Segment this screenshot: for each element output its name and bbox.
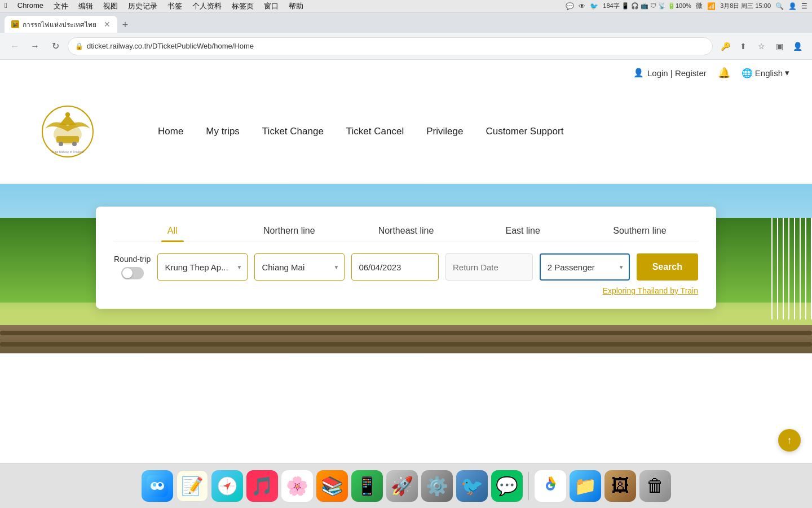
new-tab-button[interactable]: + [117,17,133,33]
tab-all[interactable]: All [114,220,231,242]
view-menu[interactable]: 视图 [103,1,118,11]
wechat-icon: 💬 [566,2,574,10]
user-profile-icon: 👤 [633,68,644,78]
sidebar-button[interactable]: ▣ [771,38,787,54]
bird-icon: 🐦 [590,2,598,10]
help-menu[interactable]: 帮助 [289,1,303,11]
history-menu[interactable]: 历史记录 [128,1,157,11]
main-navigation-menu: Home My trips Ticket Change Ticket Cance… [158,124,563,139]
address-url: dticket.railway.co.th/DTicketPublicWeb/h… [87,42,254,50]
lock-icon: 🔒 [75,42,83,50]
language-chevron-icon: ▾ [785,68,789,78]
dock-books[interactable]: 📚 [316,470,348,502]
round-trip-toggle-group: Round-trip [114,255,151,279]
profile-button[interactable]: 👤 [789,38,805,54]
top-navigation: 👤 Login | Register 🔔 🌐 English ▾ [0,60,812,184]
dock-files[interactable]: 📁 [570,470,601,502]
from-station-wrapper: Krung Thep Ap... Chiang Mai Hua Hin Sura… [157,253,248,281]
bookmark-button[interactable]: ☆ [753,38,769,54]
dock-trash[interactable]: 🗑 [639,470,671,502]
dock-music[interactable]: 🎵 [246,470,278,502]
svg-point-16 [153,483,156,487]
dock-photos[interactable]: 🌸 [281,470,313,502]
weibo-icon: 微 [696,1,703,11]
datetime: 3月8日 周三 15:00 [720,2,771,10]
bookmarks-menu[interactable]: 书签 [167,1,182,11]
explore-link[interactable]: Exploring Thailand by Train [114,286,698,295]
rail-left [0,331,812,335]
dock-system-preferences[interactable]: ⚙️ [421,470,453,502]
rail-right [0,342,812,347]
password-icon[interactable]: 🔑 [717,38,733,54]
svg-point-5 [72,142,77,146]
tab-northeast[interactable]: Northeast line [347,220,464,242]
tracks-ground [0,325,812,353]
window-menu[interactable]: 窗口 [264,1,279,11]
search-button[interactable]: Search [637,253,698,281]
tab-favicon: 🚂 [11,20,19,28]
nav-ticket-cancel[interactable]: Ticket Cancel [346,124,404,139]
passenger-count-select[interactable]: 1 Passenger 2 Passenger 3 Passenger 4 Pa… [540,253,630,281]
dock-chrome[interactable] [535,470,566,502]
dock-mikutter[interactable]: 🐦 [456,470,488,502]
round-trip-label-text: Round-trip [114,255,151,264]
login-register-button[interactable]: 👤 Login | Register [633,68,707,78]
notification-bell-icon[interactable]: 🔔 [718,67,730,79]
tab-close-button[interactable]: ✕ [104,20,111,29]
wifi-icon: 📶 [707,2,716,10]
forward-button[interactable]: → [27,38,43,54]
to-station-select[interactable]: Chiang Mai Krung Thep Ap... Hua Hin Sura… [254,253,345,281]
file-menu[interactable]: 文件 [54,1,68,11]
dock-safari[interactable] [211,470,243,502]
back-button[interactable]: ← [7,38,23,54]
eye-icon: 👁 [579,2,585,10]
dock-notes[interactable]: 📝 [176,470,208,502]
profile-menu[interactable]: 个人资料 [192,1,222,11]
tab-southern[interactable]: Southern line [581,220,698,242]
globe-icon: 🌐 [742,68,753,78]
from-station-select[interactable]: Krung Thep Ap... Chiang Mai Hua Hin Sura… [157,253,248,281]
nav-my-trips[interactable]: My trips [206,124,240,139]
language-selector[interactable]: 🌐 English ▾ [742,68,789,78]
nav-privilege[interactable]: Privilege [426,124,463,139]
login-register-label: Login | Register [647,68,707,78]
titlebar-right: 💬 👁 🐦 184字 📱 🎧 📺 🛡 📡 🔋100% 微 📶 3月8日 周三 1… [566,1,807,11]
address-bar[interactable]: 🔒 dticket.railway.co.th/DTicketPublicWeb… [68,37,713,55]
passenger-select-wrapper: 1 Passenger 2 Passenger 3 Passenger 4 Pa… [540,253,630,281]
dock-wechat[interactable]: 💬 [491,470,523,502]
chrome-menu[interactable]: Chrome [17,1,43,11]
mac-titlebar:  Chrome 文件 编辑 视图 历史记录 书签 个人资料 标签页 窗口 帮助… [0,0,812,12]
nav-home[interactable]: Home [158,124,183,139]
scroll-top-button[interactable]: ↑ [778,429,801,452]
dock-preview[interactable]: 🖼 [604,470,636,502]
top-nav-upper: 👤 Login | Register 🔔 🌐 English ▾ [0,60,812,79]
share-button[interactable]: ⬆ [735,38,751,54]
round-trip-toggle[interactable] [121,267,144,279]
dock-facetime[interactable]: 📱 [351,470,383,502]
dock-finder[interactable] [142,470,173,502]
website-content: 👤 Login | Register 🔔 🌐 English ▾ [0,60,812,508]
nav-customer-support[interactable]: Customer Support [486,124,563,139]
search-box: All Northern line Northeast line East li… [96,207,716,309]
menu-items:  Chrome 文件 编辑 视图 历史记录 书签 个人资料 标签页 窗口 帮助 [5,1,303,11]
departure-date-input[interactable] [351,253,439,281]
search-system-icon[interactable]: 🔍 [775,2,784,10]
active-tab[interactable]: 🚂 การรถไฟแห่งประเทศไทย ✕ [5,16,117,33]
edit-menu[interactable]: 编辑 [78,1,93,11]
list-icon[interactable]: ☰ [801,2,807,10]
tab-east[interactable]: East line [465,220,581,242]
refresh-button[interactable]: ↻ [47,38,63,54]
apple-menu[interactable]:  [5,1,7,11]
tab-northern[interactable]: Northern line [231,220,347,242]
user-icon[interactable]: 👤 [788,2,797,10]
nav-ticket-change[interactable]: Ticket Change [262,124,324,139]
svg-point-17 [158,483,162,487]
tabs-menu[interactable]: 标签页 [232,1,254,11]
return-date-input[interactable] [445,253,533,281]
logo-area: State Railway of Thailand [23,103,113,160]
svg-text:State Railway of Thailand: State Railway of Thailand [52,150,84,154]
dock-launchpad[interactable]: 🚀 [386,470,418,502]
chrome-tabbar: 🚂 การรถไฟแห่งประเทศไทย ✕ + [0,12,812,33]
tab-title: การรถไฟแห่งประเทศไทย [23,19,96,30]
dock-divider [528,472,529,500]
